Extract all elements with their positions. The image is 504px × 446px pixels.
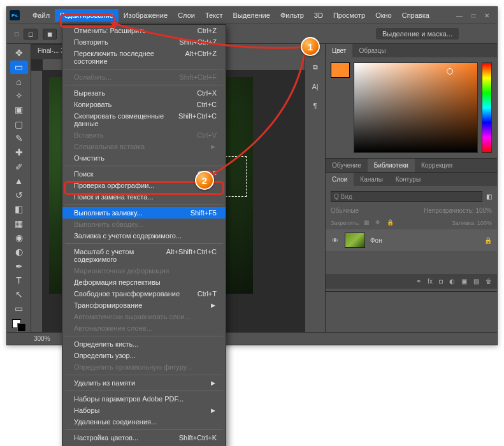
dodge-tool-icon[interactable]: ◐	[10, 245, 28, 258]
fill-label: Заливка:	[452, 220, 475, 226]
tab-paths[interactable]: Контуры	[389, 173, 427, 186]
menu-separator	[65, 336, 223, 336]
filter-toggle-icon[interactable]: ◧	[486, 193, 492, 200]
mask-icon[interactable]: ◘	[439, 278, 443, 285]
character-panel-icon[interactable]: A|	[312, 83, 318, 90]
menu-item-масштаб-с-учетом-содержимого[interactable]: Масштаб с учетом содержимогоAlt+Shift+Ct…	[62, 246, 226, 265]
menu-item-копировать[interactable]: КопироватьCtrl+C	[62, 99, 226, 110]
menu-item-определить-узор-[interactable]: Определить узор...	[62, 350, 226, 361]
menu-item-выполнить-заливку-[interactable]: Выполнить заливку...Shift+F5	[62, 207, 226, 219]
menu-item-трансформирование[interactable]: Трансформирование►	[62, 299, 226, 311]
path-tool-icon[interactable]: ↖	[10, 288, 28, 301]
hue-slider[interactable]	[482, 62, 492, 153]
menu-item-деформация-перспективы[interactable]: Деформация перспективы	[62, 277, 226, 288]
color-swatch-icon[interactable]	[12, 319, 26, 332]
heal-tool-icon[interactable]: ✚	[10, 146, 28, 159]
select-and-mask-button[interactable]: Выделение и маска...	[376, 28, 459, 40]
layers-footer: ⚭ fx ◘ ◐ ▣ ▤ 🗑	[326, 274, 497, 289]
folder-icon[interactable]: ▣	[461, 278, 467, 285]
tab-channels[interactable]: Каналы	[354, 173, 389, 186]
close-icon[interactable]: ✕	[484, 12, 489, 19]
lasso-tool-icon[interactable]: ⌂	[10, 75, 28, 88]
menu-filter[interactable]: Фильтр	[275, 9, 309, 22]
menu-item-наборы-параметров-adobe-pdf-[interactable]: Наборы параметров Adobe PDF...	[62, 393, 226, 405]
adjustment-icon[interactable]: ◐	[449, 278, 455, 285]
frame-tool-icon[interactable]: ▢	[10, 117, 28, 130]
marquee-tool-icon[interactable]: ▭	[10, 61, 28, 73]
link-layers-icon[interactable]: ⚭	[416, 278, 421, 285]
tab-color[interactable]: Цвет	[326, 44, 352, 57]
menu-item-заливка-с-учетом-содержимого-[interactable]: Заливка с учетом содержимого...	[62, 230, 226, 241]
menu-view[interactable]: Просмотр	[328, 9, 370, 22]
wand-tool-icon[interactable]: ✧	[10, 89, 28, 102]
menu-item-отменить-расширить[interactable]: Отменить: РасширитьCtrl+Z	[62, 25, 226, 36]
stamp-tool-icon[interactable]: ▲	[10, 175, 28, 187]
foreground-color-swatch[interactable]	[331, 62, 350, 78]
maximize-icon[interactable]: □	[472, 12, 475, 19]
minimize-icon[interactable]: —	[456, 12, 463, 19]
brush-tool-icon[interactable]: ✐	[10, 160, 28, 173]
eraser-tool-icon[interactable]: ◧	[10, 203, 28, 215]
blur-tool-icon[interactable]: ◉	[10, 231, 28, 244]
menu-item-назначить-профиль-[interactable]: Назначить профиль...	[62, 443, 226, 446]
selection-mode-add[interactable]: ◼	[43, 29, 57, 40]
lock-all-icon[interactable]: 🔒	[387, 219, 394, 227]
menu-image[interactable]: Изображение	[119, 9, 173, 22]
menu-item-удалить-из-памяти[interactable]: Удалить из памяти►	[62, 377, 226, 389]
menu-item-свободное-трансформирование[interactable]: Свободное трансформированиеCtrl+T	[62, 288, 226, 299]
menu-separator	[65, 375, 223, 375]
paragraph-panel-icon[interactable]: ¶	[313, 102, 317, 110]
collapsed-panel-dock: ⧉ A| ¶	[305, 44, 325, 332]
menu-item-настройка-цветов-[interactable]: Настройка цветов...Shift+Ctrl+K	[62, 432, 226, 443]
menu-text[interactable]: Текст	[200, 9, 228, 22]
lock-position-icon[interactable]: ✥	[375, 219, 383, 227]
opacity-value[interactable]: 100%	[475, 207, 492, 214]
move-tool-icon[interactable]: ✥	[10, 47, 28, 59]
tab-adjustments[interactable]: Коррекция	[415, 159, 459, 172]
visibility-icon[interactable]: 👁	[331, 237, 340, 244]
menu-help[interactable]: Справка	[397, 9, 435, 22]
layer-filter-input[interactable]: Q Вид	[331, 191, 482, 202]
window-controls: — □ ✕	[456, 12, 494, 19]
gradient-tool-icon[interactable]: ▦	[10, 217, 28, 230]
menu-edit[interactable]: Редактирование	[55, 9, 119, 22]
eyedropper-tool-icon[interactable]: ✎	[10, 132, 28, 145]
menu-item-вырезать[interactable]: ВырезатьCtrl+X	[62, 87, 226, 99]
pen-tool-icon[interactable]: ✒	[10, 259, 28, 272]
crop-tool-icon[interactable]: ▣	[10, 103, 28, 116]
history-panel-icon[interactable]: ⧉	[313, 63, 318, 71]
lock-pixels-icon[interactable]: ▦	[364, 219, 371, 227]
menu-file[interactable]: Файл	[27, 9, 55, 22]
type-tool-icon[interactable]: T	[10, 274, 28, 287]
new-layer-icon[interactable]: ▤	[473, 278, 479, 285]
menu-item-специальная-вставка: Специальная вставка►	[62, 141, 226, 152]
menu-item-повторить[interactable]: ПовторитьShift+Ctrl+Z	[62, 36, 226, 48]
menu-layers[interactable]: Слои	[173, 9, 200, 22]
blend-mode-dropdown[interactable]: Обычные	[331, 207, 359, 214]
menu-item-удаленные-соединения-[interactable]: Удаленные соединения...	[62, 416, 226, 428]
menu-3d[interactable]: 3D	[309, 9, 328, 22]
tab-swatches[interactable]: Образцы	[352, 44, 392, 57]
layer-thumbnail	[345, 233, 365, 248]
layer-row[interactable]: 👁 Фон 🔒	[326, 229, 497, 251]
menu-item-автоналожение-слоев-: Автоналожение слоев...	[62, 322, 226, 334]
shape-tool-icon[interactable]: ▭	[10, 302, 28, 315]
fill-value[interactable]: 100%	[477, 220, 492, 226]
fx-icon[interactable]: fx	[428, 278, 433, 285]
delete-icon[interactable]: 🗑	[486, 278, 492, 285]
zoom-level[interactable]: 300%	[34, 335, 50, 342]
menu-item-очистить[interactable]: Очистить	[62, 152, 226, 164]
menu-item-поиск-и-замена-текста-[interactable]: Поиск и замена текста...	[62, 191, 226, 203]
menu-select[interactable]: Выделение	[228, 9, 275, 22]
tab-layers[interactable]: Слои	[326, 173, 354, 186]
tab-learn[interactable]: Обучение	[326, 159, 368, 172]
tab-libraries[interactable]: Библиотеки	[368, 159, 415, 172]
menu-window[interactable]: Окно	[370, 9, 397, 22]
color-field[interactable]	[354, 62, 478, 153]
menu-item-наборы[interactable]: Наборы►	[62, 405, 226, 416]
menu-item-переключить-последнее-состояние[interactable]: Переключить последнее состояниеAlt+Ctrl+…	[62, 48, 226, 67]
menu-item-скопировать-совмещенные-данные[interactable]: Скопировать совмещенные данныеShift+Ctrl…	[62, 110, 226, 129]
menu-item-определить-кисть-[interactable]: Определить кисть...	[62, 338, 226, 350]
selection-mode-new[interactable]: ◻	[24, 29, 38, 40]
history-brush-icon[interactable]: ↺	[10, 189, 28, 201]
